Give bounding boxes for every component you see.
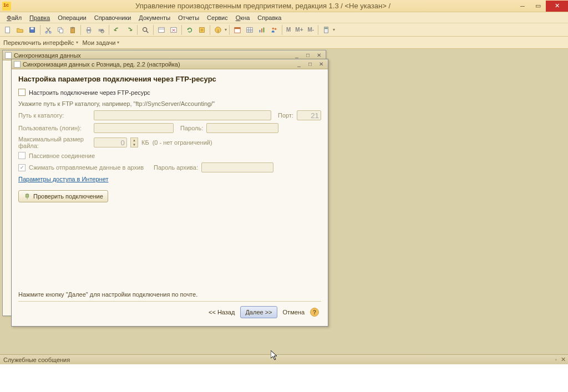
users-icon[interactable]	[268, 24, 280, 35]
paste-icon[interactable]	[67, 24, 78, 35]
password-input[interactable]	[206, 123, 278, 133]
cut-icon[interactable]	[43, 24, 54, 35]
svg-rect-26	[261, 28, 262, 32]
footer-hint: Нажмите кнопку "Далее" для настройки под…	[18, 291, 321, 302]
calendar-icon[interactable]	[232, 24, 243, 35]
maximize-icon[interactable]: □	[303, 52, 312, 59]
minimize-button[interactable]: ─	[515, 1, 530, 12]
nav-icon[interactable]	[196, 24, 207, 35]
max-size-label: Максимальный размер файла:	[18, 136, 90, 149]
print-preview-icon[interactable]	[95, 24, 106, 35]
window-controls: ─ ▭ ✕	[515, 1, 568, 12]
minimize-icon[interactable]: _	[295, 60, 303, 68]
user-label: Пользователь (логин):	[18, 125, 90, 131]
document-icon	[5, 52, 12, 59]
passive-label: Пассивное соединение	[29, 152, 95, 159]
menu-help[interactable]: Справка	[254, 13, 285, 22]
svg-rect-31	[325, 27, 328, 29]
search-icon[interactable]	[140, 24, 151, 35]
menu-operations[interactable]: Операции	[54, 13, 89, 22]
configure-ftp-checkbox[interactable]	[18, 89, 26, 96]
menubar: Файл Правка Операции Справочники Докумен…	[0, 12, 568, 23]
port-input[interactable]	[297, 110, 321, 120]
chart-icon[interactable]	[256, 24, 267, 35]
next-button[interactable]: Далее >>	[240, 306, 277, 318]
messages-area	[0, 364, 568, 392]
max-size-unit: КБ	[141, 139, 149, 146]
svg-rect-23	[235, 27, 241, 29]
port-label: Порт:	[278, 112, 293, 119]
refresh-icon[interactable]	[184, 24, 195, 35]
pin-icon[interactable]: ◦	[555, 357, 557, 363]
svg-text:i: i	[217, 28, 219, 33]
close-button[interactable]: ✕	[546, 1, 568, 12]
test-connection-button[interactable]: Проверить подключение	[18, 190, 108, 202]
configure-ftp-label: Настроить подключение через FTP-ресурс	[29, 89, 150, 96]
open-icon[interactable]	[14, 24, 26, 35]
cancel-button[interactable]: Отмена	[281, 309, 307, 315]
path-input[interactable]	[94, 110, 271, 120]
app-title: Управление производственным предприятием…	[11, 2, 515, 10]
svg-rect-16	[159, 27, 165, 32]
svg-rect-24	[247, 27, 253, 32]
switch-interface[interactable]: Переключить интерфейс	[3, 39, 78, 46]
dialog-title: Синхронизация данных с Розница, ред. 2.2…	[23, 61, 292, 68]
minimize-icon[interactable]: _	[292, 52, 301, 59]
internet-params-link[interactable]: Параметры доступа в Интернет	[18, 176, 108, 182]
path-label: Путь к каталогу:	[18, 112, 90, 119]
max-size-input[interactable]	[94, 138, 127, 147]
memory-m-plus[interactable]: M+	[293, 24, 305, 35]
messages-close-icon[interactable]: ✕	[561, 356, 566, 363]
menu-catalogs[interactable]: Справочники	[91, 13, 135, 22]
memory-m-minus[interactable]: M-	[306, 24, 316, 35]
dialog-titlebar[interactable]: Синхронизация данных с Розница, ред. 2.2…	[12, 59, 328, 69]
properties-icon[interactable]	[156, 24, 167, 35]
maximize-icon[interactable]: □	[306, 60, 315, 68]
memory-m[interactable]: M	[285, 24, 292, 35]
calculator-icon[interactable]	[321, 24, 332, 35]
print-icon[interactable]	[83, 24, 94, 35]
max-size-hint: (0 - нет ограничений)	[153, 139, 212, 146]
compress-label: Сжимать отправляемые данные в архив	[29, 164, 144, 171]
path-hint: Укажите путь к FTP каталогу, например, "…	[18, 100, 321, 107]
messages-bar[interactable]: Служебные сообщения ◦ ✕	[0, 354, 568, 364]
redo-icon[interactable]	[124, 24, 135, 35]
archive-password-input[interactable]	[201, 162, 273, 172]
svg-point-28	[272, 27, 275, 29]
svg-rect-2	[31, 27, 33, 29]
menu-documents[interactable]: Документы	[135, 13, 174, 22]
close-icon[interactable]: ✕	[317, 60, 326, 68]
back-button[interactable]: << Назад	[206, 309, 237, 315]
test-connection-label: Проверить подключение	[33, 193, 103, 200]
copy-icon[interactable]	[55, 24, 66, 35]
menu-windows[interactable]: Окна	[232, 13, 253, 22]
help-icon[interactable]: ?	[310, 308, 319, 317]
save-icon[interactable]	[27, 24, 38, 35]
menu-file[interactable]: Файл	[3, 13, 25, 22]
svg-rect-11	[87, 30, 90, 33]
toolbar: i ▾ M M+ M- ▾	[0, 23, 568, 37]
compress-checkbox[interactable]	[18, 164, 26, 171]
new-icon[interactable]	[2, 24, 13, 35]
passive-checkbox[interactable]	[18, 152, 26, 159]
my-tasks[interactable]: Мои задачи	[83, 39, 120, 46]
max-size-spinner[interactable]: ▲▼	[130, 138, 138, 147]
app-icon	[2, 2, 11, 11]
maximize-button[interactable]: ▭	[530, 1, 546, 12]
document-icon	[14, 61, 21, 68]
undo-icon[interactable]	[111, 24, 123, 35]
close-icon[interactable]: ✕	[315, 52, 323, 59]
menu-edit[interactable]: Правка	[26, 13, 53, 22]
svg-rect-6	[59, 29, 63, 33]
menu-reports[interactable]: Отчеты	[175, 13, 202, 22]
close-win-icon[interactable]	[168, 24, 179, 35]
info-icon[interactable]: i	[212, 24, 224, 35]
menu-service[interactable]: Сервис	[204, 13, 231, 22]
switchbar: Переключить интерфейс Мои задачи	[0, 37, 568, 49]
user-input[interactable]	[94, 123, 174, 133]
titlebar: Управление производственным предприятием…	[0, 0, 568, 12]
svg-rect-8	[72, 27, 74, 28]
svg-point-14	[143, 27, 147, 31]
svg-rect-27	[263, 27, 265, 32]
grid-icon[interactable]	[244, 24, 255, 35]
